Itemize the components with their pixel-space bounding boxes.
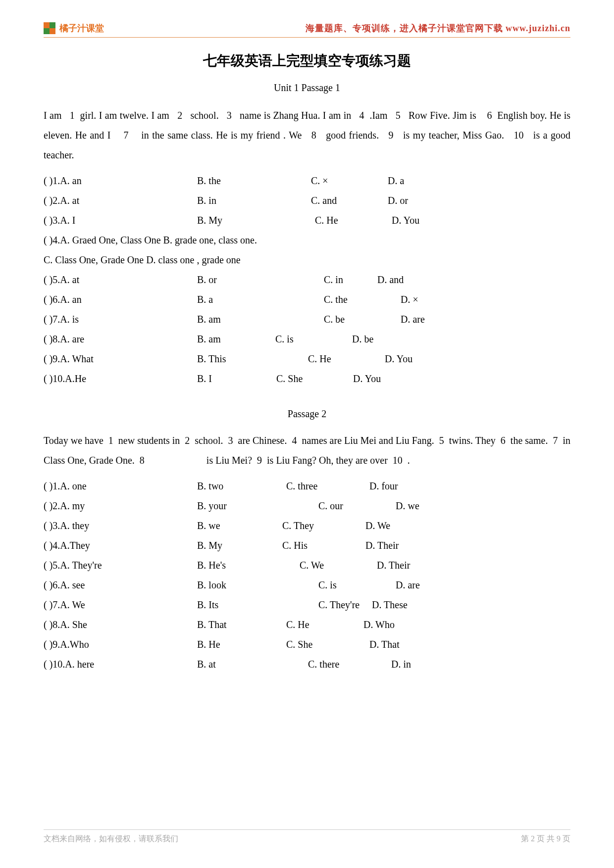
option-b: B. two [197, 476, 286, 496]
option-b: B. That [197, 615, 286, 634]
option-a: ( )1.A. an [44, 171, 197, 191]
option-b: B. or [197, 270, 324, 289]
question-row: ( )6.A. seeB. lookC. isD. are [44, 575, 570, 595]
page-header: 橘子汁课堂 海量题库、专项训练，进入橘子汁课堂官网下载 www.juzizhi.… [44, 22, 570, 38]
question-row: ( )3.A. IB. MyC. HeD. You [44, 210, 570, 230]
question-row: ( )2.A. myB. yourC. ourD. we [44, 496, 570, 516]
passage-1-text: I am 1 girl. I am twelve. I am 2 school.… [44, 105, 570, 165]
question-row: ( )9.A. WhatB. ThisC. HeD. You [44, 349, 570, 369]
question-row: ( )1.A. oneB. twoC. threeD. four [44, 476, 570, 496]
option-c: C. and [311, 191, 388, 210]
question-row: ( )8.A. SheB. ThatC. HeD. Who [44, 615, 570, 634]
question-row: ( )3.A. theyB. weC. TheyD. We [44, 516, 570, 535]
option-b: B. the [197, 171, 311, 191]
option-d: D. That [369, 634, 453, 654]
option-c: C. three [286, 476, 369, 496]
logo-text: 橘子汁课堂 [59, 22, 104, 34]
option-d: D. You [385, 349, 461, 369]
option-a: ( )2.A. my [44, 496, 197, 516]
option-c: C. He [286, 615, 363, 634]
option-a: ( )5.A. They're [44, 555, 197, 575]
option-c: C. She [286, 634, 369, 654]
option-d: D. a [388, 171, 435, 191]
option-c: C. our [318, 496, 396, 516]
logo-icon [44, 22, 55, 34]
option-a: ( )9.A. What [44, 349, 197, 369]
footer-left: 文档来自网络，如有侵权，请联系我们 [44, 834, 178, 844]
option-c: C. is [318, 575, 396, 595]
option-d: D. These [372, 595, 439, 615]
question-row: ( )10.A. hereB. atC. thereD. in [44, 654, 570, 674]
option-b: B. My [197, 535, 282, 555]
question-row: ( )5.A. They'reB. He'sC. WeD. Their [44, 555, 570, 575]
unit-passage-title: Unit 1 Passage 1 [44, 82, 570, 94]
passage-2-questions: ( )1.A. oneB. twoC. threeD. four( )2.A. … [44, 476, 570, 674]
header-link: 海量题库、专项训练，进入橘子汁课堂官网下载 www.juzizhi.cn [306, 22, 571, 34]
option-c: C. We [300, 555, 377, 575]
option-b: B. My [197, 210, 315, 230]
passage-1-questions: ( )1.A. anB. theC. ×D. a( )2.A. atB. inC… [44, 171, 570, 388]
option-c: C. He [315, 210, 392, 230]
option-b: B. at [197, 654, 308, 674]
option-d: D. or [388, 191, 464, 210]
logo: 橘子汁课堂 [44, 22, 104, 34]
option-a: ( )8.A. are [44, 329, 197, 349]
question-line: ( )4.A. Graed One, Class One B. grade on… [44, 230, 570, 250]
option-a: ( )4.A.They [44, 535, 197, 555]
option-b: B. Its [197, 595, 318, 615]
option-a: ( )9.A.Who [44, 634, 197, 654]
option-b: B. in [197, 191, 311, 210]
option-b: B. a [197, 289, 324, 309]
option-a: ( )3.A. they [44, 516, 197, 535]
option-d: D. You [353, 369, 430, 388]
option-c: C. be [324, 309, 401, 329]
option-a: ( )10.A.He [44, 369, 197, 388]
option-c: C. They [282, 516, 365, 535]
option-c: C. there [308, 654, 391, 674]
question-row: ( )10.A.HeB. IC. SheD. You [44, 369, 570, 388]
option-a: ( )7.A. We [44, 595, 197, 615]
question-line: C. Class One, Grade One D. class one , g… [44, 250, 570, 270]
passage-2-text: Today we have 1 new students in 2 school… [44, 431, 570, 470]
option-b: B. am [197, 329, 275, 349]
option-a: ( )6.A. an [44, 289, 197, 309]
option-c: C. His [282, 535, 365, 555]
option-b: B. He's [197, 555, 300, 575]
option-c: C. is [275, 329, 352, 349]
passage-2-title: Passage 2 [44, 408, 570, 420]
option-d: D. Their [377, 555, 460, 575]
page-footer: 文档来自网络，如有侵权，请联系我们 第 2 页 共 9 页 [44, 829, 570, 844]
option-c: C. They're [318, 595, 372, 615]
option-a: ( )3.A. I [44, 210, 197, 230]
question-row: ( )1.A. anB. theC. ×D. a [44, 171, 570, 191]
option-c: C. He [308, 349, 385, 369]
main-title: 七年级英语上完型填空专项练习题 [44, 51, 570, 70]
option-d: D. are [396, 575, 487, 595]
option-b: B. This [197, 349, 308, 369]
option-b: B. am [197, 309, 324, 329]
option-b: B. I [197, 369, 276, 388]
question-row: ( )8.A. areB. amC. isD. be [44, 329, 570, 349]
option-b: B. we [197, 516, 282, 535]
question-row: ( )4.A.TheyB. MyC. HisD. Their [44, 535, 570, 555]
option-d: D. are [401, 309, 474, 329]
option-d: D. You [392, 210, 468, 230]
option-b: B. your [197, 496, 318, 516]
option-a: ( )1.A. one [44, 476, 197, 496]
option-d: D. and [377, 270, 479, 289]
option-a: ( )6.A. see [44, 575, 197, 595]
option-d: D. Who [363, 615, 447, 634]
option-a: ( )7.A. is [44, 309, 197, 329]
option-a: ( )5.A. at [44, 270, 197, 289]
option-c: C. the [324, 289, 401, 309]
option-b: B. look [197, 575, 318, 595]
option-c: C. × [311, 171, 388, 191]
option-d: D. in [391, 654, 464, 674]
question-row: ( )5.A. atB. orC. inD. and [44, 270, 570, 289]
question-row: ( )9.A.WhoB. HeC. SheD. That [44, 634, 570, 654]
option-a: ( )2.A. at [44, 191, 197, 210]
question-row: ( )2.A. atB. inC. andD. or [44, 191, 570, 210]
option-b: B. He [197, 634, 286, 654]
option-c: C. She [276, 369, 353, 388]
option-d: D. Their [365, 535, 449, 555]
